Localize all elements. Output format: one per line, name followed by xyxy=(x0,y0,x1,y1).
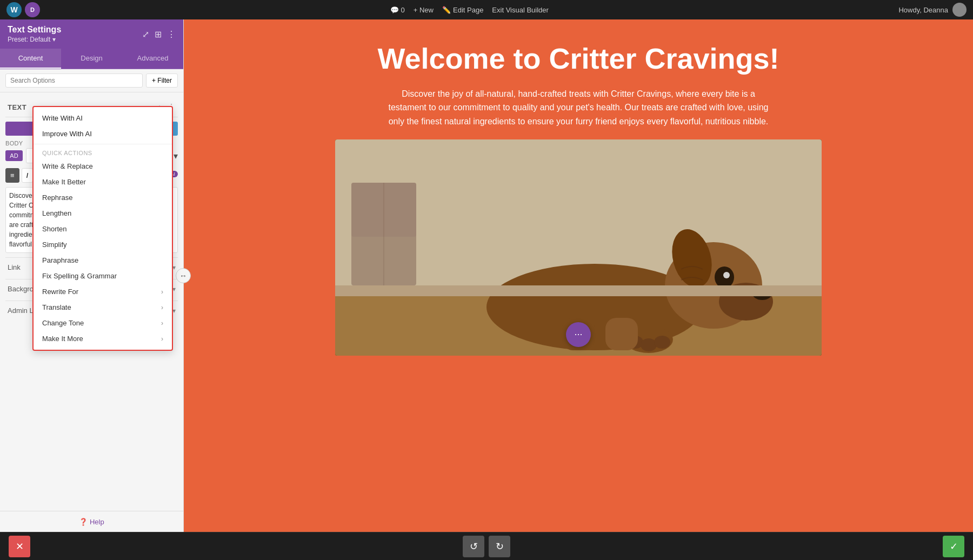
fix-spelling-item[interactable]: Fix Spelling & Grammar xyxy=(34,268,172,284)
tab-design[interactable]: Design xyxy=(61,49,122,69)
undo-button[interactable]: ↺ xyxy=(463,536,484,557)
chevron-down-icon[interactable]: ▾ xyxy=(174,151,178,161)
change-tone-item[interactable]: Change Tone › xyxy=(34,315,172,331)
divider-1 xyxy=(34,144,172,144)
sidebar-header: Text Settings Preset: Default ▾ ⤢ ⊞ ⋮ xyxy=(0,19,183,49)
bottom-bar: ✕ ↺ ↻ ✓ xyxy=(0,532,973,560)
paraphrase-item[interactable]: Paraphrase xyxy=(34,252,172,268)
howdy-label: Howdy, Deanna xyxy=(898,6,948,14)
top-bar-right: Howdy, Deanna xyxy=(898,3,967,17)
sidebar-tabs: Content Design Advanced xyxy=(0,49,183,69)
exit-builder-button[interactable]: Exit Visual Builder xyxy=(492,6,549,14)
wordpress-icon[interactable]: W xyxy=(6,2,22,17)
resize-handle[interactable]: ↔ xyxy=(176,268,191,283)
floating-action-button[interactable]: ··· xyxy=(566,322,591,347)
hero-subtitle: Discover the joy of all-natural, hand-cr… xyxy=(384,87,773,129)
italic-btn[interactable]: I xyxy=(22,168,34,183)
sidebar: Text Settings Preset: Default ▾ ⤢ ⊞ ⋮ Co… xyxy=(0,19,184,532)
comment-count[interactable]: 💬 0 xyxy=(390,6,405,14)
make-it-more-arrow: › xyxy=(161,335,163,343)
save-button[interactable]: ✓ xyxy=(943,536,964,557)
svg-point-12 xyxy=(641,338,657,351)
hero-section: Welcome to Critter Cravings! Discover th… xyxy=(184,19,973,366)
cancel-button[interactable]: ✕ xyxy=(9,536,30,557)
fullscreen-icon[interactable]: ⤢ xyxy=(142,29,149,39)
sidebar-preset[interactable]: Preset: Default ▾ xyxy=(8,36,61,43)
filter-button[interactable]: + Filter xyxy=(146,74,178,88)
user-avatar[interactable] xyxy=(952,3,967,17)
simplify-item[interactable]: Simplify xyxy=(34,237,172,252)
lengthen-item[interactable]: Lengthen xyxy=(34,205,172,221)
new-button[interactable]: + New xyxy=(414,6,434,14)
shorten-item[interactable]: Shorten xyxy=(34,221,172,237)
rephrase-item[interactable]: Rephrase xyxy=(34,190,172,205)
ai-dropdown-menu: Write With AI Improve With AI Quick Acti… xyxy=(32,106,173,351)
make-it-better-item[interactable]: Make It Better xyxy=(34,174,172,190)
translate-item[interactable]: Translate › xyxy=(34,299,172,315)
make-it-more-item[interactable]: Make It More › xyxy=(34,331,172,346)
top-bar-left: W D xyxy=(6,2,40,17)
top-bar-center: 💬 0 + New ✏️ Edit Page Exit Visual Build… xyxy=(44,6,894,14)
tab-advanced[interactable]: Advanced xyxy=(122,49,183,69)
write-with-ai-item[interactable]: Write With AI xyxy=(34,110,172,126)
write-replace-item[interactable]: Write & Replace xyxy=(34,158,172,174)
improve-with-ai-item[interactable]: Improve With AI xyxy=(34,126,172,142)
align-left-btn[interactable]: ≡ xyxy=(5,168,19,183)
rewrite-for-arrow: › xyxy=(161,288,163,296)
search-row: + Filter xyxy=(0,69,183,92)
search-input[interactable] xyxy=(5,74,143,88)
svg-rect-16 xyxy=(335,285,822,296)
divi-icon[interactable]: D xyxy=(25,2,40,17)
main-layout: Text Settings Preset: Default ▾ ⤢ ⊞ ⋮ Co… xyxy=(0,19,973,532)
change-tone-arrow: › xyxy=(161,319,163,327)
content-area: Welcome to Critter Cravings! Discover th… xyxy=(184,19,973,532)
link-title: Link xyxy=(8,263,21,271)
svg-point-13 xyxy=(654,336,670,349)
translate-arrow: › xyxy=(161,304,163,311)
help-section: ❓ Help xyxy=(0,511,183,532)
edit-page-button[interactable]: ✏️ Edit Page xyxy=(442,6,483,14)
redo-button[interactable]: ↻ xyxy=(489,536,510,557)
text-section-title: Text xyxy=(8,103,26,111)
ad-badge[interactable]: AD xyxy=(5,150,23,161)
sidebar-title: Text Settings xyxy=(8,25,61,35)
tab-content[interactable]: Content xyxy=(0,49,61,69)
quick-actions-label: Quick Actions xyxy=(34,146,172,158)
dog-image: ··· xyxy=(335,139,822,356)
svg-point-8 xyxy=(723,272,730,278)
help-button[interactable]: ❓ Help xyxy=(79,518,104,526)
more-icon[interactable]: ⋮ xyxy=(167,29,176,39)
rewrite-for-item[interactable]: Rewrite For › xyxy=(34,284,172,299)
split-icon[interactable]: ⊞ xyxy=(155,29,162,39)
top-bar: W D 💬 0 + New ✏️ Edit Page Exit Visual B… xyxy=(0,0,973,19)
svg-rect-15 xyxy=(605,318,638,350)
hero-title: Welcome to Critter Cravings! xyxy=(377,41,779,76)
